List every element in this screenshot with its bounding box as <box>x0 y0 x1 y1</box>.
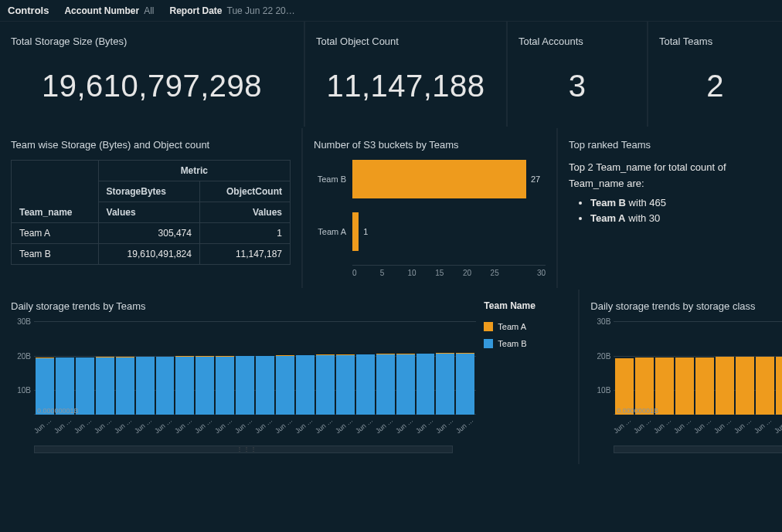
team-cell: Team B <box>12 244 99 265</box>
bottom-row: Daily storage trends by Teams 30B 20B 10… <box>0 290 782 464</box>
legend-label: Team B <box>498 339 526 348</box>
kpi-total-teams: Total Teams 2 <box>648 22 782 127</box>
bar <box>356 321 375 415</box>
list-item: Team A with 30 <box>590 211 771 227</box>
swatch-icon <box>484 322 493 331</box>
panel-title: Daily storage trends by storage class <box>590 300 782 312</box>
trend-teams-chart[interactable]: 30B 20B 10B 0.00000001B <box>34 321 476 425</box>
bar <box>336 321 355 415</box>
buckets-chart[interactable]: Team B 27 Team A 1 0 5 10 15 <box>314 160 546 277</box>
kpi-value: 2 <box>659 69 771 103</box>
teamwise-panel: Team wise Storage (Bytes) and Object cou… <box>0 128 301 288</box>
trend-class-chart[interactable]: 30B 20B 10B 0.00000001B <box>614 321 782 425</box>
hbar-axis: 0 5 10 15 20 25 30 <box>352 265 546 277</box>
controls-label: Controls <box>8 5 49 16</box>
kpi-total-objects: Total Object Count 11,147,188 <box>305 22 506 127</box>
chart-scrollbar[interactable]: ⋮⋮⋮ <box>614 446 782 453</box>
filter-name: Report Date <box>169 5 222 16</box>
filter-value: Tue Jun 22 20… <box>227 5 295 16</box>
values-header: Values <box>199 202 290 223</box>
chart-scrollbar[interactable]: ⋮⋮⋮ <box>34 446 453 453</box>
kpi-title: Total Accounts <box>518 36 636 47</box>
bar <box>695 321 714 415</box>
bar <box>456 321 474 415</box>
legend-teams: Team Name Team A Team B <box>484 300 567 453</box>
bar <box>776 321 782 415</box>
hbar-value: 1 <box>363 227 368 236</box>
bar <box>736 321 754 415</box>
bar <box>316 321 335 415</box>
teamwise-table: Team_name Metric StorageBytes ObjectCoun… <box>11 160 291 265</box>
bar <box>436 321 454 415</box>
filter-report-date[interactable]: Report Date Tue Jun 22 20… <box>169 5 294 16</box>
controls-bar: Controls Account Number All Report Date … <box>0 0 782 22</box>
kpi-title: Total Object Count <box>316 36 495 47</box>
bar <box>136 321 155 415</box>
y-axis: 30B 20B 10B <box>590 321 614 425</box>
bar <box>156 321 175 415</box>
mid-row: Team wise Storage (Bytes) and Object cou… <box>0 128 782 288</box>
bar <box>635 321 654 415</box>
kpi-title: Total Storage Size (Bytes) <box>11 36 293 47</box>
panel-title: Daily storage trends by Teams <box>11 300 476 312</box>
kpi-total-accounts: Total Accounts 3 <box>508 22 647 127</box>
bar <box>236 321 254 415</box>
hbar-row: Team A 1 <box>314 212 546 251</box>
legend-title: Team Name <box>484 300 567 311</box>
bar <box>196 321 214 415</box>
bar <box>216 321 234 415</box>
bar <box>36 321 54 415</box>
metric-header: Metric <box>98 161 290 181</box>
buckets-panel: Number of S3 buckets by Teams Team B 27 … <box>303 128 556 288</box>
hbar-label: Team A <box>314 227 352 236</box>
kpi-value: 3 <box>518 69 636 103</box>
legend-item[interactable]: Team A <box>484 322 567 331</box>
y-axis: 30B 20B 10B <box>11 321 34 425</box>
kpi-total-storage: Total Storage Size (Bytes) 19,610,797,29… <box>0 22 304 127</box>
bar <box>716 321 734 415</box>
filter-account-number[interactable]: Account Number All <box>64 5 154 16</box>
values-header: Values <box>98 202 199 223</box>
filter-name: Account Number <box>64 5 139 16</box>
bar <box>56 321 74 415</box>
table-row: Team B 19,610,491,824 11,147,187 <box>12 244 291 265</box>
objects-cell: 1 <box>199 223 290 244</box>
bar <box>756 321 774 415</box>
bar <box>256 321 274 415</box>
kpi-title: Total Teams <box>659 36 771 47</box>
legend-label: Team A <box>498 322 526 331</box>
bar <box>615 321 634 415</box>
team-header: Team_name <box>12 161 99 223</box>
topranked-intro: Top 2 Team_name for total count of Team_… <box>569 160 771 192</box>
objects-cell: 11,147,187 <box>199 244 290 265</box>
legend-item[interactable]: Team B <box>484 339 567 348</box>
hbar-value: 27 <box>531 175 540 184</box>
bar <box>396 321 415 415</box>
bar <box>76 321 94 415</box>
bar <box>655 321 674 415</box>
team-cell: Team A <box>12 223 99 244</box>
bar <box>675 321 694 415</box>
topranked-panel: Top ranked Teams Top 2 Team_name for tot… <box>558 128 782 288</box>
col-objects: ObjectCount <box>199 181 290 202</box>
bar <box>175 321 194 415</box>
bar <box>416 321 435 415</box>
bar <box>276 321 294 415</box>
topranked-text: Top 2 Team_name for total count of Team_… <box>569 160 771 227</box>
storage-cell: 19,610,491,824 <box>98 244 199 265</box>
bar <box>376 321 395 415</box>
list-item: Team B with 465 <box>590 195 771 212</box>
kpi-value: 11,147,188 <box>316 69 495 103</box>
table-row: Team A 305,474 1 <box>12 223 291 244</box>
kpi-value: 19,610,797,298 <box>11 69 293 103</box>
panel-title: Top ranked Teams <box>569 139 771 151</box>
panel-title: Team wise Storage (Bytes) and Object cou… <box>11 139 291 151</box>
storage-cell: 305,474 <box>98 223 199 244</box>
zero-label: 0.00000001B <box>617 407 658 415</box>
bar <box>296 321 314 415</box>
trend-class-panel: Daily storage trends by storage class 30… <box>580 290 782 464</box>
panel-title: Number of S3 buckets by Teams <box>314 139 546 151</box>
trend-teams-panel: Daily storage trends by Teams 30B 20B 10… <box>0 290 578 464</box>
bar <box>116 321 134 415</box>
hbar-row: Team B 27 <box>314 160 546 198</box>
